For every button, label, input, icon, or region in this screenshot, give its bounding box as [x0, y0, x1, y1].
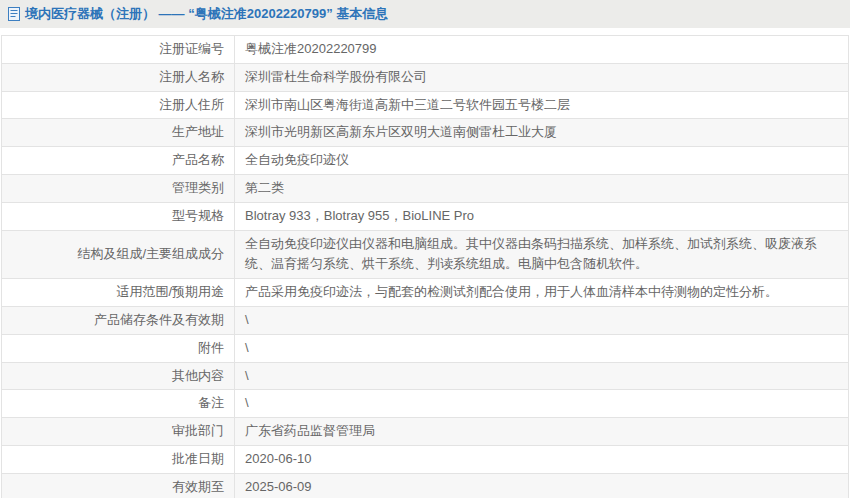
document-icon [8, 7, 20, 21]
row-value: 全自动免疫印迹仪由仪器和电脑组成。其中仪器由条码扫描系统、加样系统、加试剂系统、… [245, 236, 817, 272]
table-row: 结构及组成/主要组成成分全自动免疫印迹仪由仪器和电脑组成。其中仪器由条码扫描系统… [2, 230, 849, 279]
row-value: 2025-06-09 [245, 479, 312, 494]
table-row: 型号规格Blotray 933，Blotray 955，BioLINE Pro [2, 202, 849, 230]
row-label: 其他内容 [172, 368, 224, 383]
table-row: 其他内容\ [2, 362, 849, 390]
row-label: 型号规格 [172, 208, 224, 223]
row-value: 深圳雷杜生命科学股份有限公司 [245, 69, 427, 84]
registration-info-table-wrap: 注册证编号粤械注准20202220799注册人名称深圳雷杜生命科学股份有限公司注… [1, 35, 849, 498]
table-row: 备注\ [2, 390, 849, 418]
row-value: \ [245, 340, 249, 355]
table-row: 审批部门广东省药品监督管理局 [2, 418, 849, 446]
table-row: 批准日期2020-06-10 [2, 445, 849, 473]
row-label: 有效期至 [172, 479, 224, 494]
row-label: 生产地址 [172, 124, 224, 139]
row-label: 备注 [198, 395, 224, 410]
info-table-body: 注册证编号粤械注准20202220799注册人名称深圳雷杜生命科学股份有限公司注… [2, 36, 849, 498]
row-value: \ [245, 312, 249, 327]
row-value: 2020-06-10 [245, 451, 312, 466]
table-row: 有效期至2025-06-09 [2, 473, 849, 498]
row-value: \ [245, 368, 249, 383]
table-row: 注册人住所深圳市南山区粤海街道高新中三道二号软件园五号楼二层 [2, 91, 849, 119]
row-value: 全自动免疫印迹仪 [245, 152, 349, 167]
row-label: 批准日期 [172, 451, 224, 466]
row-value: 粤械注准20202220799 [245, 41, 377, 56]
row-label: 审批部门 [172, 423, 224, 438]
row-label: 产品储存条件及有效期 [94, 312, 224, 327]
row-value: 深圳市光明新区高新东片区双明大道南侧雷杜工业大厦 [245, 124, 557, 139]
table-row: 产品储存条件及有效期\ [2, 306, 849, 334]
row-value: 产品采用免疫印迹法，与配套的检测试剂配合使用，用于人体血清样本中待测物的定性分析… [245, 284, 778, 299]
row-value: 广东省药品监督管理局 [245, 423, 375, 438]
row-value: 深圳市南山区粤海街道高新中三道二号软件园五号楼二层 [245, 97, 570, 112]
row-value: \ [245, 395, 249, 410]
page-title: 境内医疗器械（注册） —— “粤械注准20202220799” 基本信息 [25, 5, 388, 23]
table-row: 注册人名称深圳雷杜生命科学股份有限公司 [2, 63, 849, 91]
table-row: 适用范围/预期用途产品采用免疫印迹法，与配套的检测试剂配合使用，用于人体血清样本… [2, 279, 849, 307]
table-row: 管理类别第二类 [2, 174, 849, 202]
row-label: 注册证编号 [159, 41, 224, 56]
registration-info-table: 注册证编号粤械注准20202220799注册人名称深圳雷杜生命科学股份有限公司注… [1, 35, 849, 498]
row-label: 结构及组成/主要组成成分 [77, 246, 224, 261]
row-label: 适用范围/预期用途 [116, 284, 224, 299]
table-row: 附件\ [2, 334, 849, 362]
row-value: 第二类 [245, 180, 284, 195]
row-value: Blotray 933，Blotray 955，BioLINE Pro [245, 208, 474, 223]
row-label: 管理类别 [172, 180, 224, 195]
row-label: 注册人名称 [159, 69, 224, 84]
table-row: 产品名称全自动免疫印迹仪 [2, 147, 849, 175]
row-label: 产品名称 [172, 152, 224, 167]
table-row: 生产地址深圳市光明新区高新东片区双明大道南侧雷杜工业大厦 [2, 119, 849, 147]
row-label: 注册人住所 [159, 97, 224, 112]
row-label: 附件 [198, 340, 224, 355]
page-header: 境内医疗器械（注册） —— “粤械注准20202220799” 基本信息 [0, 0, 850, 28]
table-row: 注册证编号粤械注准20202220799 [2, 36, 849, 64]
